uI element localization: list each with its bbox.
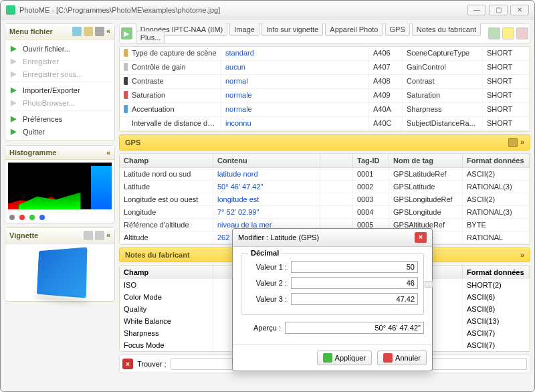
tab-bar: ▶ Données IPTC-NAA (IIM) Image Info sur … <box>119 23 530 43</box>
table-row[interactable]: ContrastenormalA408ContrastSHORT <box>120 75 530 89</box>
dialog-close-icon[interactable]: × <box>415 232 427 243</box>
collapse-icon[interactable]: « <box>106 27 110 36</box>
tab[interactable]: Image <box>229 23 259 36</box>
menu-panel: Menu fichier « ▶Ouvrir fichier...▶Enregi… <box>5 23 115 141</box>
dialog-titlebar[interactable]: Modifier : Latitude (GPS) × <box>233 229 432 247</box>
menu-item[interactable]: ▶Préférences <box>8 112 112 125</box>
thumbnail-title: Vignette <box>9 231 38 239</box>
app-window: PhotoME - [C:\Programmes\PhotoME\example… <box>0 0 535 392</box>
menu-item: ▶PhotoBrowser... <box>8 96 112 109</box>
nav-forward-icon[interactable]: ▶ <box>121 27 132 39</box>
scrollbar[interactable] <box>425 281 433 288</box>
options-icon[interactable] <box>84 27 93 36</box>
menu-item[interactable]: ▶Importer/Exporter <box>8 84 112 96</box>
tab[interactable]: Appareil Photo <box>325 23 383 36</box>
menu-title: Menu fichier <box>9 27 53 35</box>
histogram-channels[interactable] <box>5 212 114 223</box>
table-row[interactable]: Longitude7° 52' 02.99"0004GPSLongitudeRA… <box>120 206 530 219</box>
cancel-button[interactable]: Annuler <box>377 351 427 365</box>
window-title: PhotoME - [C:\Programmes\PhotoME\example… <box>19 6 220 14</box>
titlebar[interactable]: PhotoME - [C:\Programmes\PhotoME\example… <box>1 1 534 19</box>
x-icon <box>383 353 393 363</box>
toolbar-icon-3[interactable] <box>516 27 528 39</box>
thumbnail-panel: Vignette « <box>5 227 115 302</box>
check-icon <box>323 353 332 363</box>
thumbnail-image[interactable] <box>5 243 114 301</box>
find-close-icon[interactable]: × <box>122 359 133 369</box>
toolbar-icon-2[interactable] <box>502 27 514 39</box>
close-button[interactable]: ✕ <box>510 5 529 15</box>
help-icon[interactable] <box>95 27 104 36</box>
sidebar: Menu fichier « ▶Ouvrir fichier...▶Enregi… <box>5 23 115 387</box>
collapse-icon[interactable]: « <box>106 231 110 240</box>
tab[interactable]: Plus... <box>136 31 166 44</box>
table-row[interactable]: Intervalle de distance du sujetinconnuA4… <box>120 117 530 131</box>
table-row[interactable]: Latitude50° 46' 47.42"0002GPSLatitudeRAT… <box>120 181 530 193</box>
tab[interactable]: Notes du fabricant <box>412 23 481 36</box>
find-label: Trouver : <box>137 360 167 368</box>
thumb-tool2-icon[interactable] <box>95 231 104 240</box>
minimize-button[interactable]: — <box>467 5 486 15</box>
value2-input[interactable] <box>291 277 418 289</box>
chevron-down-icon[interactable]: » <box>520 138 524 147</box>
thumb-tool-icon[interactable] <box>84 231 93 240</box>
apply-button[interactable]: Appliquer <box>317 351 372 365</box>
refresh-icon[interactable] <box>72 27 82 36</box>
chevron-down-icon[interactable]: » <box>520 251 524 259</box>
histogram[interactable] <box>8 163 112 209</box>
collapse-icon[interactable]: « <box>106 149 110 157</box>
histogram-title: Histogramme <box>9 149 56 157</box>
table-row[interactable]: Contrôle de gainaucunA407GainControlSHOR… <box>120 61 530 75</box>
table-row[interactable]: Latitude nord ou sudlatitude nord0001GPS… <box>120 168 530 181</box>
menu-item[interactable]: ▶Ouvrir fichier... <box>8 42 112 55</box>
edit-latitude-dialog: Modifier : Latitude (GPS) × Décimal Vale… <box>232 228 433 371</box>
exif-table: Type de capture de scènestandardA406Scen… <box>119 46 530 132</box>
table-row[interactable]: Longitude est ou ouestlongitude est0003G… <box>120 193 530 206</box>
toolbar-icon-1[interactable] <box>488 27 500 39</box>
preview-input[interactable] <box>285 322 424 334</box>
table-row[interactable]: Type de capture de scènestandardA406Scen… <box>120 47 530 61</box>
menu-item: ▶Enregistrer <box>8 55 112 68</box>
tab[interactable]: GPS <box>385 23 410 36</box>
value1-input[interactable] <box>291 261 418 273</box>
gps-tool-icon[interactable] <box>508 138 518 147</box>
group-legend: Décimal <box>248 249 282 257</box>
gps-section-header[interactable]: GPS » <box>119 134 530 151</box>
menu-item[interactable]: ▶Quitter <box>8 125 112 138</box>
tab[interactable]: Info sur vignette <box>261 23 323 36</box>
dialog-title: Modifier : Latitude (GPS) <box>238 233 319 241</box>
maximize-button[interactable]: ▢ <box>489 5 508 15</box>
menu-item: ▶Enregistrer sous... <box>8 68 112 80</box>
table-row[interactable]: SaturationnormaleA409SaturationSHORT <box>120 89 530 103</box>
histogram-panel: Histogramme « <box>5 145 115 223</box>
table-row[interactable]: AccentuationnormaleA40ASharpnessSHORT <box>120 103 530 117</box>
value3-input[interactable] <box>291 293 418 305</box>
app-icon <box>6 5 15 15</box>
